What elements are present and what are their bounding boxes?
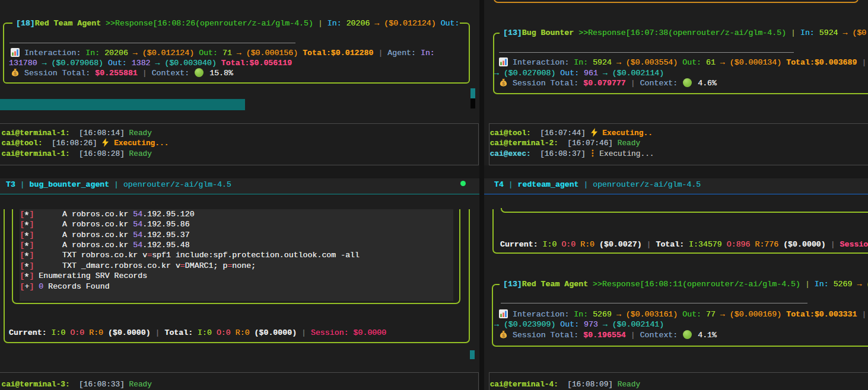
svg-text:$: $ (14, 71, 17, 76)
svg-text:$: $ (502, 333, 505, 338)
svg-text:$: $ (502, 81, 505, 87)
